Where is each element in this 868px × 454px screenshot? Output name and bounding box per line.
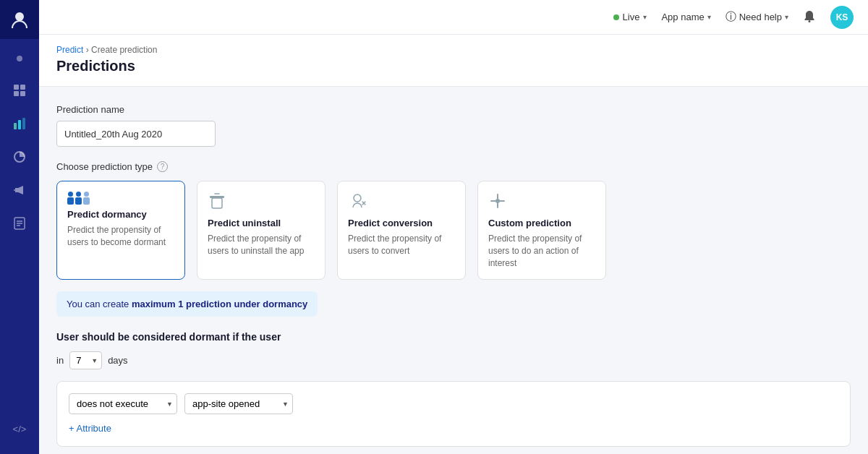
svg-rect-3	[14, 91, 19, 96]
sidebar-item-code[interactable]: </>	[0, 412, 39, 445]
card-custom-desc: Predict the propensity of users to do an…	[488, 233, 595, 269]
choose-type-label: Choose prediction type	[56, 161, 153, 172]
add-attribute-label: + Attribute	[69, 423, 111, 434]
dormant-row: in 7 14 30 days	[56, 351, 851, 369]
app-name-chevron: ▾	[707, 13, 711, 21]
condition-row: does not execute executes app-site opene…	[69, 393, 838, 414]
info-banner-prefix: You can create	[67, 299, 132, 309]
live-label: Live	[623, 12, 640, 22]
live-dot	[613, 14, 619, 20]
event-select-wrapper: app-site opened purchase page view	[184, 393, 293, 414]
svg-rect-17	[212, 198, 222, 208]
in-label: in	[56, 355, 64, 366]
card-custom[interactable]: Custom prediction Predict the propensity…	[477, 181, 606, 280]
bar-chart-icon	[13, 117, 26, 133]
sidebar-item-campaigns[interactable]	[0, 175, 39, 208]
execute-select[interactable]: does not execute executes	[69, 393, 177, 414]
breadcrumb-current: Create prediction	[91, 45, 157, 55]
execute-select-wrapper: does not execute executes	[69, 393, 177, 414]
avatar-initials: KS	[836, 12, 848, 22]
sidebar: </>	[0, 0, 39, 454]
dormant-title: User should be considered dormant if the…	[56, 331, 851, 343]
notifications[interactable]	[803, 9, 816, 25]
svg-point-19	[354, 194, 361, 202]
help-label: Need help	[739, 12, 782, 22]
card-conversion[interactable]: Predict conversion Predict the propensit…	[337, 181, 466, 280]
card-conversion-title: Predict conversion	[348, 218, 455, 228]
svg-rect-6	[18, 120, 21, 129]
condition-box: does not execute executes app-site opene…	[56, 381, 851, 447]
choose-type-help-icon[interactable]: ?	[157, 161, 168, 172]
svg-rect-1	[14, 85, 19, 90]
card-dormancy-title: Predict dormancy	[67, 209, 174, 220]
event-select[interactable]: app-site opened purchase page view	[184, 393, 293, 414]
top-header: Live ▾ App name ▾ ⓘ Need help ▾ KS	[39, 0, 868, 35]
custom-icon	[488, 192, 595, 213]
svg-point-15	[809, 20, 811, 22]
card-dormancy[interactable]: Predict dormancy Predict the propensity …	[56, 181, 185, 280]
page-title: Predictions	[56, 58, 851, 74]
uninstall-icon	[208, 192, 315, 213]
live-status[interactable]: Live ▾	[613, 12, 647, 22]
help-menu[interactable]: ⓘ Need help ▾	[726, 10, 788, 24]
svg-point-24	[495, 199, 500, 203]
breadcrumb-parent[interactable]: Predict	[56, 45, 83, 55]
svg-rect-2	[20, 85, 25, 90]
sidebar-item-reports[interactable]	[0, 142, 39, 175]
card-uninstall-desc: Predict the propensity of users to unins…	[208, 233, 315, 257]
dormancy-icon	[67, 192, 174, 205]
sidebar-item-dot[interactable]	[0, 42, 39, 75]
card-conversion-desc: Predict the propensity of users to conve…	[348, 233, 455, 257]
page-header: Predict › Create prediction Predictions	[39, 35, 868, 87]
megaphone-icon	[13, 184, 26, 200]
card-uninstall[interactable]: Predict uninstall Predict the propensity…	[197, 181, 326, 280]
main-area: Live ▾ App name ▾ ⓘ Need help ▾ KS	[39, 0, 868, 454]
svg-rect-7	[22, 118, 25, 129]
card-uninstall-title: Predict uninstall	[208, 218, 315, 228]
breadcrumb-separator: ›	[86, 45, 91, 55]
svg-marker-9	[15, 186, 23, 194]
bell-icon	[803, 9, 816, 25]
live-chevron: ▾	[643, 13, 647, 21]
page-content: Predict › Create prediction Predictions …	[39, 35, 868, 454]
dashboard-icon	[13, 84, 26, 100]
prediction-name-label: Prediction name	[56, 104, 851, 115]
info-banner-highlight: maximum 1 prediction under dormancy	[132, 299, 307, 309]
user-avatar[interactable]: KS	[830, 6, 854, 29]
prediction-cards-row: Predict dormancy Predict the propensity …	[56, 181, 851, 280]
card-custom-title: Custom prediction	[488, 218, 595, 228]
svg-point-0	[15, 12, 24, 21]
app-name-selector[interactable]: App name ▾	[661, 12, 710, 22]
sidebar-item-documents[interactable]	[0, 208, 39, 241]
days-label: days	[108, 355, 127, 366]
conversion-icon	[348, 192, 455, 213]
info-banner: You can create maximum 1 prediction unde…	[56, 291, 318, 317]
sidebar-item-dashboard[interactable]	[0, 75, 39, 108]
help-chevron: ▾	[785, 13, 788, 21]
days-select-wrapper: 7 14 30	[69, 351, 102, 369]
dot-icon	[17, 56, 22, 61]
app-name-label: App name	[661, 12, 704, 22]
choose-type-section: Choose prediction type ?	[56, 161, 851, 172]
add-attribute-link[interactable]: + Attribute	[69, 423, 111, 434]
code-icon: </>	[13, 424, 27, 434]
days-select[interactable]: 7 14 30	[69, 351, 102, 369]
prediction-name-input[interactable]	[56, 121, 216, 147]
card-dormancy-desc: Predict the propensity of users to becom…	[67, 224, 174, 249]
dormant-section: User should be considered dormant if the…	[56, 331, 851, 369]
pie-chart-icon	[13, 150, 26, 166]
help-icon: ⓘ	[726, 10, 736, 24]
svg-rect-5	[14, 123, 17, 129]
svg-rect-4	[20, 91, 25, 96]
form-area: Prediction name Choose prediction type ?	[39, 87, 868, 454]
sidebar-logo	[0, 0, 39, 39]
breadcrumb: Predict › Create prediction	[56, 45, 851, 55]
sidebar-item-analytics[interactable]	[0, 108, 39, 142]
document-icon	[14, 217, 25, 233]
